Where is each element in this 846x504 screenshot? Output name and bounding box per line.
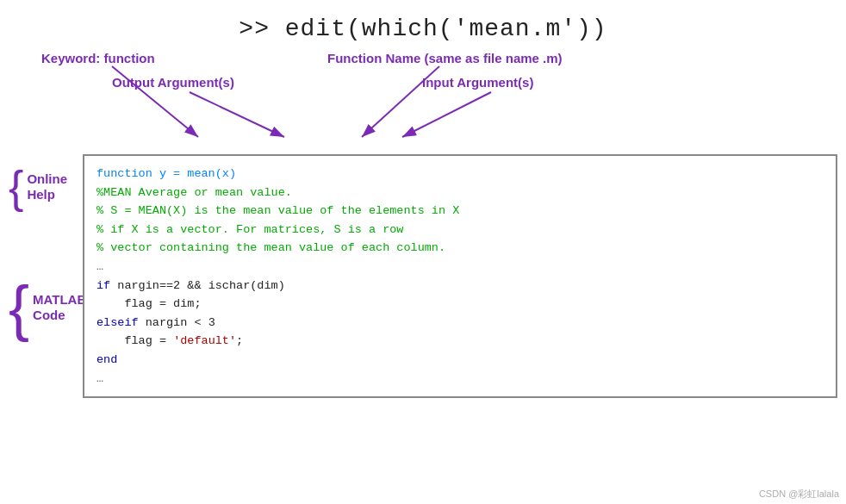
- code-ellipsis-2: …: [96, 370, 824, 389]
- code-ellipsis-1: …: [96, 258, 824, 277]
- code-line-9: flag = 'default';: [96, 332, 824, 351]
- arrows-svg: [0, 51, 846, 154]
- title-bar: >> edit(which('mean.m')): [0, 0, 846, 51]
- output-label: Output Argument(s): [112, 75, 234, 90]
- main-container: >> edit(which('mean.m')) Keyword: functi…: [0, 0, 846, 504]
- matlab-code-label-area: { MATLABCode: [9, 277, 78, 339]
- code-if-body: nargin==2 && ischar(dim): [117, 279, 284, 292]
- side-label-area: { OnlineHelp { MATLABCode: [9, 154, 78, 398]
- code-line-10: end: [96, 351, 824, 370]
- code-line-2: %MEAN Average or mean value.: [96, 184, 824, 202]
- online-brace: {: [9, 165, 23, 209]
- code-line-5: % vector containing the mean value of ea…: [96, 239, 824, 258]
- code-line-4: % if X is a vector. For matrices, S is a…: [96, 221, 824, 240]
- code-line-6: if nargin==2 && ischar(dim): [96, 277, 824, 296]
- code-elseif-kw: elseif: [96, 316, 139, 329]
- code-line-1: function y = mean(x): [96, 165, 824, 184]
- input-label: Input Argument(s): [422, 75, 533, 90]
- code-if-kw: if: [96, 279, 110, 292]
- online-help-label: OnlineHelp: [27, 171, 67, 202]
- matlab-brace: {: [9, 277, 29, 339]
- watermark: CSDN @彩虹lalala: [759, 488, 839, 501]
- code-line-8: elseif nargin < 3: [96, 314, 824, 333]
- code-elseif-body: nargin < 3: [146, 316, 215, 329]
- code-box: function y = mean(x) %MEAN Average or me…: [83, 154, 837, 398]
- matlab-code-label: MATLABCode: [33, 292, 86, 323]
- title-text: >> edit(which('mean.m')): [239, 16, 607, 42]
- code-line-3: % S = MEAN(X) is the mean value of the e…: [96, 202, 824, 221]
- keyword-label: Keyword: function: [41, 51, 155, 65]
- annotations-area: Keyword: function Function Name (same as…: [0, 51, 846, 154]
- code-line-7: flag = dim;: [96, 295, 824, 314]
- funcname-label: Function Name (same as file name .m): [327, 51, 563, 65]
- online-help-label-area: { OnlineHelp: [9, 165, 78, 209]
- content-row: { OnlineHelp { MATLABCode function y = m…: [0, 154, 846, 398]
